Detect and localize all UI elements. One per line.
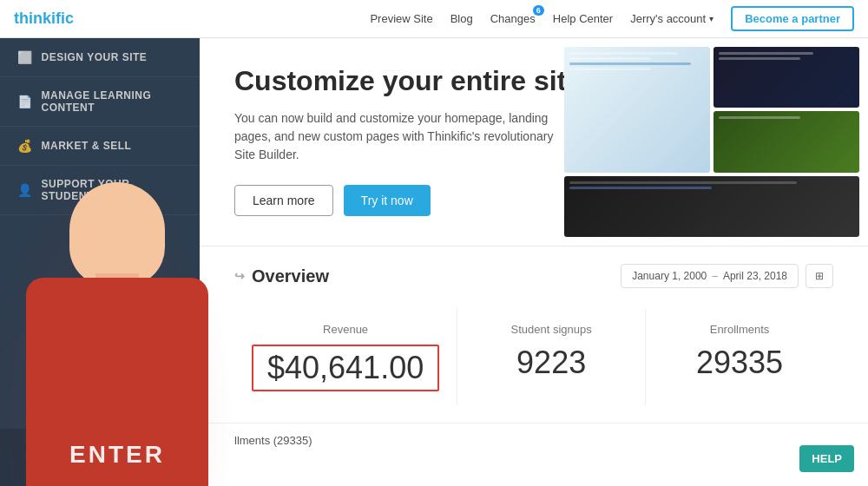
screen-line: [569, 181, 797, 184]
overview-title: Overview: [234, 266, 329, 286]
gift-icon: 🎁: [17, 441, 182, 460]
banner-description: You can now build and customize your hom…: [234, 109, 564, 164]
main-content: Customize your entire site You can now b…: [200, 38, 868, 486]
revenue-label: Revenue: [252, 323, 439, 336]
sidebar-item-manage[interactable]: 📄 MANAGE LEARNING CONTENT: [0, 77, 200, 127]
market-icon: 💰: [17, 139, 33, 153]
overview-section: Overview January 1, 2000 – April 23, 201…: [200, 246, 868, 423]
nav-links: Preview Site Blog Changes Help Center Je…: [370, 6, 854, 31]
stat-card-signups: Student signups 9223: [457, 309, 646, 405]
nav-help-center[interactable]: Help Center: [553, 12, 613, 25]
enrollments-value: 29335: [663, 345, 816, 381]
screen-line: [569, 62, 691, 65]
nav-blog[interactable]: Blog: [450, 12, 473, 25]
banner-section: Customize your entire site You can now b…: [200, 38, 868, 246]
screen-line: [569, 187, 712, 189]
help-button[interactable]: HELP: [799, 445, 854, 472]
screen-line: [569, 52, 678, 55]
nav-preview-site[interactable]: Preview Site: [370, 12, 432, 25]
sidebar-label-support: SUPPORT YOUR STUDENTS: [42, 178, 183, 202]
bottom-section: llments (29335): [200, 423, 868, 457]
date-end: April 23, 2018: [723, 270, 787, 282]
screen-tile-4: [564, 176, 859, 237]
banner-screens: [564, 47, 859, 237]
gift-label: Give a month: [71, 463, 128, 474]
screen-tile-1: [564, 47, 710, 173]
screen-line: [569, 68, 651, 70]
date-separator: –: [712, 270, 718, 282]
manage-icon: 📄: [17, 95, 33, 108]
stat-card-enrollments: Enrollments 29335: [646, 309, 833, 405]
stat-card-revenue: Revenue $40,641.00: [234, 309, 457, 405]
sidebar-label-design: DESIGN YOUR SITE: [42, 51, 148, 63]
revenue-value: $40,641.00: [252, 345, 439, 391]
stats-row: Revenue $40,641.00 Student signups 9223 …: [234, 309, 833, 405]
sidebar-label-market: MARKET & SELL: [42, 140, 132, 152]
become-partner-button[interactable]: Become a partner: [731, 6, 854, 31]
logo: thinkific: [14, 10, 74, 28]
signups-value: 9223: [475, 345, 628, 381]
screen-line: [719, 116, 800, 119]
date-range-picker[interactable]: January 1, 2000 – April 23, 2018: [621, 264, 799, 288]
date-start: January 1, 2000: [632, 270, 707, 282]
sidebar: ⬜ DESIGN YOUR SITE 📄 MANAGE LEARNING CON…: [0, 38, 200, 486]
filter-button[interactable]: ⊞: [806, 264, 833, 288]
screen-line: [719, 57, 800, 60]
enrollments-count-label: llments (29335): [234, 434, 312, 447]
sidebar-label-manage: MANAGE LEARNING CONTENT: [42, 89, 183, 114]
signups-label: Student signups: [475, 323, 628, 336]
sidebar-item-support[interactable]: 👤 SUPPORT YOUR STUDENTS: [0, 166, 200, 215]
nav-changes[interactable]: Changes: [490, 12, 536, 25]
screen-tile-2: [713, 47, 859, 108]
support-icon: 👤: [17, 183, 33, 197]
nav-account[interactable]: Jerry's account: [630, 12, 713, 25]
sidebar-item-design[interactable]: ⬜ DESIGN YOUR SITE: [0, 38, 200, 77]
enrollments-label: Enrollments: [663, 323, 816, 336]
screen-line: [569, 57, 651, 60]
learn-more-button[interactable]: Learn more: [234, 185, 333, 216]
design-icon: ⬜: [17, 50, 33, 64]
sidebar-item-market[interactable]: 💰 MARKET & SELL: [0, 127, 200, 166]
top-navigation: thinkific Preview Site Blog Changes Help…: [0, 0, 868, 38]
filter-icon: ⊞: [815, 270, 824, 282]
screen-line: [719, 52, 813, 55]
try-now-button[interactable]: Try it now: [344, 185, 431, 216]
overview-header: Overview January 1, 2000 – April 23, 201…: [234, 264, 833, 288]
sidebar-gift[interactable]: 🎁 Give a month: [0, 429, 200, 486]
screen-tile-3: [713, 111, 859, 172]
